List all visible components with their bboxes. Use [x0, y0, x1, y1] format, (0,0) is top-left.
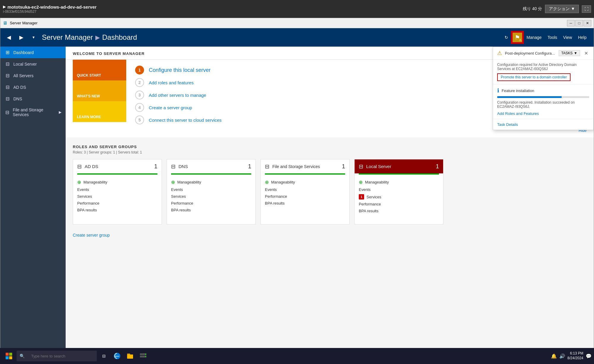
- file-storage-events[interactable]: Events: [265, 186, 345, 193]
- sidebar-item-dashboard[interactable]: ⊞ Dashboard: [0, 47, 66, 58]
- minimize-button[interactable]: ─: [567, 20, 575, 26]
- taskbar-notification-badge[interactable]: 💬: [586, 353, 592, 359]
- edge-browser-icon[interactable]: [111, 350, 123, 362]
- sg-card-local-server[interactable]: ⊟ Local Server 1 ⊕ Manageability Events: [354, 159, 443, 224]
- local-server-services[interactable]: 1 Services: [359, 193, 439, 201]
- step-1-link[interactable]: Configure this local server: [149, 67, 211, 73]
- file-storage-card-icon: ⊟: [265, 163, 269, 170]
- step-3-link[interactable]: Add other servers to manage: [149, 93, 206, 98]
- file-storage-bpa[interactable]: BPA results: [265, 200, 345, 207]
- taskbar-right: 🔔 🔊 6:13 PM 8/24/2024 💬: [551, 351, 592, 360]
- notif-feature-desc: Configuration required. Installation suc…: [497, 100, 589, 109]
- learn-more-card[interactable]: LEARN MORE: [73, 101, 126, 122]
- manage-menu-button[interactable]: Manage: [524, 34, 544, 41]
- flag-warning-icon: ⚠: [519, 38, 522, 42]
- server-manager-taskbar-icon[interactable]: [137, 350, 149, 362]
- svg-rect-2: [6, 356, 9, 359]
- local-server-icon: ⊟: [4, 61, 10, 67]
- forward-button[interactable]: ▶: [18, 33, 25, 42]
- sg-header-local-server: ⊟ Local Server 1: [355, 159, 443, 173]
- create-server-group-link[interactable]: Create server group: [73, 233, 110, 238]
- sidebar-item-ad-ds[interactable]: ⊟ AD DS: [0, 81, 66, 93]
- ad-ds-events[interactable]: Events: [77, 186, 157, 193]
- svg-rect-3: [9, 356, 12, 359]
- search-input[interactable]: [27, 351, 94, 361]
- sg-card-ad-ds[interactable]: ⊟ AD DS 1 ⊕ Manageability Events Service…: [73, 159, 162, 224]
- sidebar: ⊞ Dashboard ⊟ Local Server ⊟ All Servers…: [0, 47, 66, 364]
- notif-warning-title: Post-deployment Configura...: [505, 51, 556, 56]
- flag-notification-button[interactable]: ⚑ ⚠: [512, 32, 523, 43]
- ad-ds-performance[interactable]: Performance: [77, 200, 157, 207]
- expand-button[interactable]: ⛶: [582, 5, 591, 13]
- search-bar[interactable]: 🔍: [17, 351, 97, 361]
- services-badge: 1: [359, 194, 364, 200]
- vm-server-name: ▶ mototsuka-ec2-windows-ad-dev-ad-server: [3, 4, 97, 10]
- sg-card-file-storage[interactable]: ⊟ File and Storage Services 1 ⊕ Manageab…: [260, 159, 350, 224]
- add-roles-link[interactable]: Add Roles and Features: [497, 111, 539, 116]
- refresh-button[interactable]: ↻: [502, 34, 511, 41]
- ad-ds-bpa[interactable]: BPA results: [77, 207, 157, 213]
- promote-server-button[interactable]: Promote this server to a domain controll…: [497, 73, 571, 81]
- local-server-performance[interactable]: Performance: [359, 201, 439, 208]
- tools-menu-button[interactable]: Tools: [545, 34, 560, 41]
- search-icon: 🔍: [20, 354, 25, 358]
- nav-dropdown-button[interactable]: ▼: [30, 34, 37, 41]
- tasks-dropdown-icon: ▼: [574, 51, 577, 55]
- step-5-link[interactable]: Connect this server to cloud services: [149, 118, 222, 123]
- local-server-bpa[interactable]: BPA results: [359, 208, 439, 214]
- file-storage-performance[interactable]: Performance: [265, 193, 345, 200]
- view-menu-button[interactable]: View: [561, 34, 574, 41]
- step-2-num: 2: [135, 78, 144, 87]
- sg-card-dns[interactable]: ⊟ DNS 1 ⊕ Manageability Events Services: [167, 159, 256, 224]
- title-separator: ▶: [95, 34, 100, 41]
- maximize-button[interactable]: □: [575, 20, 583, 26]
- sg-header-file-storage: ⊟ File and Storage Services 1: [261, 159, 349, 173]
- dns-manageability: ⊕ Manageability: [171, 178, 251, 186]
- dns-events[interactable]: Events: [171, 186, 251, 193]
- taskbar-speaker-icon: 🔊: [559, 353, 565, 359]
- notif-tasks-button[interactable]: TASKS ▼: [559, 50, 580, 56]
- quick-start-card[interactable]: QUICK START: [73, 60, 126, 80]
- dns-manageability-ok-icon: ⊕: [171, 179, 175, 185]
- file-storage-manageability-ok-icon: ⊕: [265, 179, 269, 185]
- help-menu-button[interactable]: Help: [576, 34, 589, 41]
- sidebar-item-all-servers[interactable]: ⊟ All Servers: [0, 70, 66, 81]
- notif-feature-section: ℹ Feature installation Configuration req…: [493, 84, 593, 119]
- notif-warning-section: Configuration required for Active Direct…: [493, 60, 593, 84]
- app-header: ◀ ▶ ▼ Server Manager ▶ Dashboard ↻ ⚑ ⚠ M…: [0, 28, 594, 47]
- local-server-manageability: ⊕ Manageability: [359, 178, 439, 186]
- manageability-ok-icon: ⊕: [77, 179, 81, 185]
- svg-rect-6: [127, 354, 130, 355]
- warning-icon: ⚠: [497, 50, 502, 56]
- file-explorer-icon[interactable]: [124, 350, 136, 362]
- dns-services[interactable]: Services: [171, 193, 251, 200]
- action-button[interactable]: アクション ▼: [545, 5, 579, 13]
- back-button[interactable]: ◀: [5, 33, 13, 42]
- file-storage-manageability: ⊕ Manageability: [265, 178, 345, 186]
- step-3-num: 3: [135, 91, 144, 99]
- step-4-link[interactable]: Create a server group: [149, 105, 192, 110]
- notif-close-button[interactable]: ✕: [583, 50, 589, 56]
- main-layout: ⊞ Dashboard ⊟ Local Server ⊟ All Servers…: [0, 47, 594, 364]
- sidebar-item-local-server[interactable]: ⊟ Local Server: [0, 58, 66, 70]
- sidebar-item-dns[interactable]: ⊟ DNS: [0, 93, 66, 105]
- start-button[interactable]: [2, 349, 15, 363]
- dns-performance[interactable]: Performance: [171, 200, 251, 207]
- local-server-events[interactable]: Events: [359, 186, 439, 193]
- all-servers-icon: ⊟: [4, 73, 10, 78]
- task-details-link[interactable]: Task Details: [497, 122, 518, 127]
- quick-cards: QUICK START WHAT'S NEW LEARN MORE: [73, 60, 126, 130]
- sidebar-item-file-storage[interactable]: ⊟ File and Storage Services ▶: [0, 105, 66, 120]
- dns-bpa[interactable]: BPA results: [171, 207, 251, 213]
- roles-section: ROLES AND SERVER GROUPS Roles: 3 | Serve…: [66, 137, 594, 245]
- roles-meta: Roles: 3 | Server groups: 1 | Servers to…: [73, 150, 587, 154]
- window-titlebar: 🖥 Server Manager ─ □ ✕: [0, 18, 594, 28]
- whats-new-card[interactable]: WHAT'S NEW: [73, 80, 126, 101]
- ad-ds-services[interactable]: Services: [77, 193, 157, 200]
- vm-titlebar: ▶ mototsuka-ec2-windows-ad-dev-ad-server…: [0, 0, 594, 18]
- ad-ds-manageability: ⊕ Manageability: [77, 178, 157, 186]
- step-2-link[interactable]: Add roles and features: [149, 80, 194, 85]
- close-button[interactable]: ✕: [584, 20, 591, 26]
- ad-ds-icon: ⊟: [4, 84, 10, 90]
- task-view-button[interactable]: ⊟: [98, 350, 110, 362]
